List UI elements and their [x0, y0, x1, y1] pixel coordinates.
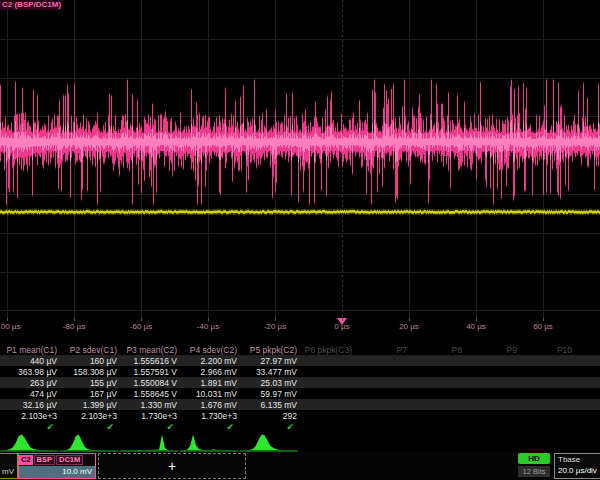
measure-value: 1.557591 V	[120, 367, 180, 377]
histicon-p1[interactable]	[0, 433, 58, 452]
measure-value: 1.330 mV	[120, 400, 180, 410]
axis-tick-label: -80 µs	[63, 322, 85, 331]
axis-tick-label: 20 µs	[399, 322, 419, 331]
time-axis: -100 µs-80 µs-60 µs-40 µs-20 µs0 µs20 µs…	[0, 318, 600, 334]
measure-stat-row: 32.16 µV1.399 µV1.330 mV1.676 mV6.135 mV	[0, 399, 600, 410]
measure-value: 160 µV	[60, 356, 120, 366]
measure-value: 2.966 mV	[180, 367, 240, 377]
measure-value: 1.730e+3	[180, 411, 240, 421]
measure-value: 155 µV	[60, 378, 120, 388]
c1-scale-value: 10.0 mV	[0, 466, 17, 476]
measure-status-check: ✔	[180, 422, 240, 432]
axis-tick	[74, 318, 75, 321]
measure-header[interactable]: P3 mean(C2)	[120, 345, 180, 355]
measure-stat-row: 474 µV167 µV1.558645 V10.031 mV59.97 mV	[0, 388, 600, 399]
measure-value: 10.031 mV	[180, 389, 240, 399]
histicon-p3[interactable]	[120, 433, 178, 452]
c2-label: C2	[19, 455, 33, 465]
measure-header[interactable]: P5 pkpk(C2)	[240, 345, 300, 355]
measure-value: 167 µV	[60, 389, 120, 399]
measure-header[interactable]: P2 sdev(C1)	[60, 345, 120, 355]
measure-value: 1.550084 V	[120, 378, 180, 388]
measure-status-check: ✔	[60, 422, 120, 432]
axis-tick	[409, 318, 410, 321]
histicon-p2[interactable]	[60, 433, 118, 452]
histicon-p5[interactable]	[240, 433, 298, 452]
axis-tick-label: 40 µs	[466, 322, 486, 331]
measure-value: 6.135 mV	[240, 400, 300, 410]
measure-value: 263 µV	[0, 378, 60, 388]
measure-value: 363.98 µV	[0, 367, 60, 377]
measure-value: 1.399 µV	[60, 400, 120, 410]
c2-scale-value: 10.0 mV	[19, 466, 95, 478]
axis-tick-label: -40 µs	[197, 322, 219, 331]
histicon-p4[interactable]	[180, 433, 238, 452]
oscilloscope-screen: C2 (BSP/DC1M) -100 µs-80 µs-60 µs-40 µs-…	[0, 0, 600, 480]
channel-c2-descriptor[interactable]: C2 BSP DC1M 10.0 mV	[18, 453, 96, 479]
measure-stat-row: 2.103e+32.103e+31.730e+31.730e+3292	[0, 410, 600, 421]
measure-value: 1.555616 V	[120, 356, 180, 366]
measure-stat-row: 263 µV155 µV1.550084 V1.891 mV25.03 mV	[0, 377, 600, 388]
measurement-histicons	[0, 433, 600, 452]
active-trace-label[interactable]: C2 (BSP/DC1M)	[0, 0, 63, 10]
axis-tick-label: 60 µs	[533, 322, 553, 331]
axis-tick	[141, 318, 142, 321]
waveform-canvas	[0, 0, 600, 318]
c2-coupling-badge: DC1M	[56, 455, 83, 465]
measure-value: 2.200 mV	[180, 356, 240, 366]
measure-value: 33.477 mV	[240, 367, 300, 377]
measure-value: 1.730e+3	[120, 411, 180, 421]
measure-value: 1.676 mV	[180, 400, 240, 410]
axis-tick	[342, 318, 343, 321]
axis-tick-label: -100 µs	[0, 322, 20, 331]
measure-header[interactable]: P1 mean(C1)	[0, 345, 60, 355]
measure-status-check: ✔	[240, 422, 300, 432]
measure-value: 440 µV	[0, 356, 60, 366]
measure-value: 292	[240, 411, 300, 421]
hd-mode-badge[interactable]: HD	[518, 453, 550, 464]
measure-value: 474 µV	[0, 389, 60, 399]
axis-tick-label: -20 µs	[264, 322, 286, 331]
measure-header-unused[interactable]: P11	[575, 345, 600, 355]
measure-header-unused[interactable]: P10	[520, 345, 575, 355]
measure-value: 1.558645 V	[120, 389, 180, 399]
channel-c1-descriptor[interactable]: C1 DC1M 10.0 mV	[0, 453, 18, 479]
measure-status-check: ✔	[0, 422, 60, 432]
axis-tick	[543, 318, 544, 321]
axis-tick	[208, 318, 209, 321]
measure-header-unused[interactable]: P8	[410, 345, 465, 355]
timebase-scale-value: 20.0 µs/div	[555, 464, 600, 475]
hd-bits-label: 12 Bits	[518, 466, 550, 477]
measure-header-unused[interactable]: P7	[355, 345, 410, 355]
measure-value: 1.891 mV	[180, 378, 240, 388]
c2-bsp-badge: BSP	[34, 455, 55, 465]
measure-value: 158.308 µV	[60, 367, 120, 377]
measure-value: 2.103e+3	[60, 411, 120, 421]
measure-header-unused[interactable]: P6 pkpk(C3)	[300, 345, 355, 355]
measurement-table: P1 mean(C1)P2 sdev(C1)P3 mean(C2)P4 sdev…	[0, 344, 600, 433]
measure-value: 59.97 mV	[240, 389, 300, 399]
axis-tick	[7, 318, 8, 321]
waveform-grid: C2 (BSP/DC1M)	[0, 0, 600, 318]
timebase-descriptor[interactable]: Tbase 20.0 µs/div	[554, 453, 600, 479]
measure-value: 2.103e+3	[0, 411, 60, 421]
measure-value: 27.97 mV	[240, 356, 300, 366]
timebase-label: Tbase	[555, 454, 600, 464]
measure-header[interactable]: P4 sdev(C2)	[180, 345, 240, 355]
measure-value: 32.16 µV	[0, 400, 60, 410]
measure-value: 25.03 mV	[240, 378, 300, 388]
measure-stat-row: 440 µV160 µV1.555616 V2.200 mV27.97 mV	[0, 355, 600, 366]
descriptor-bar: C1 DC1M 10.0 mV C2 BSP DC1M 10.0 mV + HD…	[0, 452, 600, 480]
add-trace-button[interactable]: +	[98, 453, 246, 479]
axis-tick	[275, 318, 276, 321]
axis-tick	[476, 318, 477, 321]
measure-status-check: ✔	[120, 422, 180, 432]
measure-header-unused[interactable]: P9	[465, 345, 520, 355]
measure-stat-row: 363.98 µV158.308 µV1.557591 V2.966 mV33.…	[0, 366, 600, 377]
axis-tick-label: -60 µs	[130, 322, 152, 331]
axis-tick-label: 0 µs	[334, 322, 349, 331]
